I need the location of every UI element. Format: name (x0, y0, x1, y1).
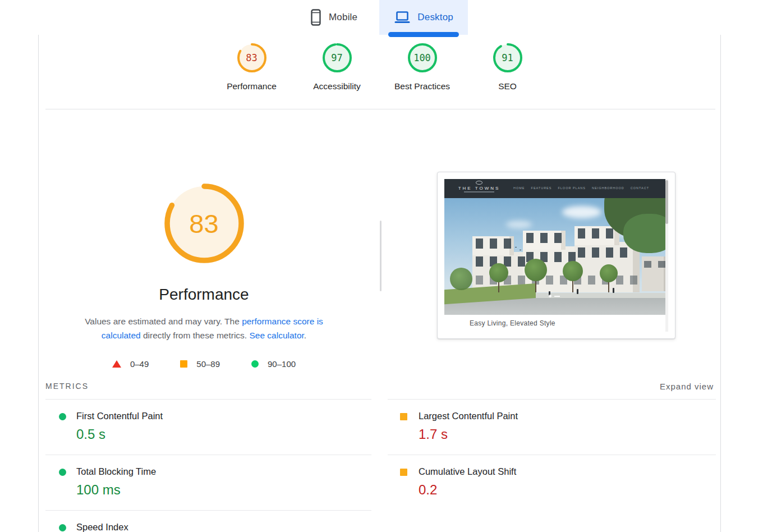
site-header: THE TOWNS HOME FEATURES FLOOR PLANS NEIG… (444, 179, 668, 198)
description-text-mid: directly from these metrics. (141, 331, 250, 340)
legend-average: 50–89 (180, 359, 220, 369)
performance-score-value: 83 (236, 42, 268, 74)
good-circle-icon (251, 360, 259, 368)
legend-good-range: 90–100 (268, 359, 296, 369)
score-performance[interactable]: 83 Performance (209, 42, 295, 91)
performance-summary: 83 Performance Values are estimated and … (45, 167, 362, 369)
metrics-column-left: First Contentful Paint 0.5 s Total Block… (45, 399, 371, 532)
accessibility-gauge-small: 97 (321, 42, 353, 74)
site-caption: Easy Living, Elevated Style (470, 319, 555, 327)
tab-mobile[interactable]: Mobile (295, 0, 372, 35)
accessibility-score-label: Accessibility (313, 81, 360, 91)
site-brand: THE TOWNS (456, 186, 503, 191)
metrics-header: METRICS (45, 382, 89, 391)
average-square-icon (400, 413, 407, 420)
seo-score-label: SEO (498, 81, 517, 91)
performance-gauge-small: 83 (236, 42, 268, 74)
metric-name: Total Blocking Time (76, 466, 156, 477)
site-preview-image (444, 198, 668, 315)
performance-large-score-value: 83 (162, 181, 246, 265)
seo-score-value: 91 (492, 42, 523, 74)
metric-total-blocking-time: Total Blocking Time 100 ms (45, 455, 371, 510)
scrollbar-thumb[interactable] (380, 221, 382, 291)
average-square-icon (180, 360, 187, 368)
legend-fail: 0–49 (112, 359, 149, 369)
metric-name: First Contentful Paint (76, 411, 163, 421)
site-nav: HOME FEATURES FLOOR PLANS NEIGHBORHOOD C… (513, 186, 649, 190)
tab-desktop[interactable]: Desktop (379, 0, 468, 35)
site-nav-floorplans: FLOOR PLANS (558, 186, 586, 190)
capture-scrollbar (665, 179, 668, 332)
metric-value: 1.7 s (419, 426, 518, 442)
best-practices-score-value: 100 (407, 42, 438, 74)
performance-score-label: Performance (227, 81, 277, 91)
accessibility-score-value: 97 (321, 42, 353, 74)
tab-desktop-label: Desktop (417, 12, 453, 23)
metrics-column-right: Largest Contentful Paint 1.7 s Cumulativ… (388, 399, 716, 510)
legend-fail-range: 0–49 (130, 359, 149, 369)
best-practices-score-label: Best Practices (394, 81, 450, 91)
site-preview-thumbnail[interactable]: THE TOWNS HOME FEATURES FLOOR PLANS NEIG… (437, 172, 675, 339)
report-panel: 83 Performance 97 Accessibility (38, 35, 721, 532)
metric-name: Largest Contentful Paint (419, 411, 518, 421)
metric-value: 0.5 s (76, 426, 163, 442)
good-circle-icon (59, 524, 66, 531)
legend-good: 90–100 (251, 359, 296, 369)
site-nav-features: FEATURES (531, 186, 552, 190)
metric-first-contentful-paint: First Contentful Paint 0.5 s (45, 399, 371, 455)
average-square-icon (400, 469, 407, 476)
description-text: Values are estimated and may vary. The (85, 317, 242, 326)
metric-name: Cumulative Layout Shift (419, 466, 516, 477)
metric-cumulative-layout-shift: Cumulative Layout Shift 0.2 (388, 455, 716, 510)
score-accessibility[interactable]: 97 Accessibility (295, 42, 380, 91)
metric-value: 0.2 (419, 482, 516, 498)
score-legend: 0–49 50–89 90–100 (45, 359, 362, 369)
good-circle-icon (59, 413, 66, 420)
site-nav-contact: CONTACT (631, 186, 649, 190)
pagespeed-report: Mobile Desktop 83 Performanc (0, 0, 763, 532)
performance-description: Values are estimated and may vary. The p… (72, 314, 336, 342)
description-text-end: . (304, 331, 306, 340)
device-tabbar: Mobile Desktop (0, 0, 763, 35)
metric-name: Speed Index (76, 522, 128, 532)
site-logo: THE TOWNS (456, 181, 503, 192)
score-seo[interactable]: 91 SEO (465, 42, 550, 91)
mobile-phone-icon (310, 9, 322, 26)
expand-view-button[interactable]: Expand view (660, 382, 714, 391)
best-practices-gauge-small: 100 (407, 42, 438, 74)
site-caption-row: Easy Living, Elevated Style (444, 315, 668, 332)
metric-speed-index: Speed Index (45, 510, 371, 532)
performance-gauge-large: 83 (162, 181, 246, 265)
tab-mobile-label: Mobile (329, 12, 357, 23)
metric-value: 100 ms (76, 482, 156, 498)
site-logo-icon (476, 181, 482, 185)
site-nav-neighborhood: NEIGHBORHOOD (592, 186, 624, 190)
seo-gauge-small: 91 (492, 42, 523, 74)
site-logo-tagline (464, 191, 494, 192)
active-tab-indicator (388, 32, 459, 37)
capture-scrollbar-thumb (665, 180, 668, 224)
metric-largest-contentful-paint: Largest Contentful Paint 1.7 s (388, 399, 716, 455)
performance-title: Performance (45, 286, 362, 304)
category-scores-row: 83 Performance 97 Accessibility (39, 42, 720, 91)
good-circle-icon (59, 469, 66, 476)
site-nav-home: HOME (513, 186, 525, 190)
score-best-practices[interactable]: 100 Best Practices (380, 42, 465, 91)
legend-average-range: 50–89 (196, 359, 220, 369)
section-divider (45, 109, 715, 109)
see-calculator-link[interactable]: See calculator (249, 331, 304, 340)
fail-triangle-icon (112, 360, 121, 368)
desktop-laptop-icon (394, 11, 411, 24)
site-capture: THE TOWNS HOME FEATURES FLOOR PLANS NEIG… (444, 179, 668, 332)
